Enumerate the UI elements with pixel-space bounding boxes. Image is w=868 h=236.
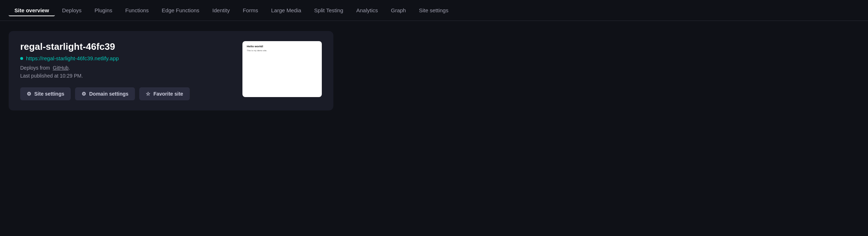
site-info: regal-starlight-46fc39 https://regal-sta… [20, 41, 228, 100]
site-card: regal-starlight-46fc39 https://regal-sta… [9, 31, 333, 110]
site-buttons: ⚙ Site settings ⚙ Domain settings ☆ Favo… [20, 87, 228, 100]
preview-subtitle-text: This is my demo site. [247, 49, 317, 52]
site-url-link[interactable]: https://regal-starlight-46fc39.netlify.a… [26, 55, 119, 61]
site-url-row: https://regal-starlight-46fc39.netlify.a… [20, 55, 228, 61]
gear-icon-2: ⚙ [82, 91, 86, 97]
github-link[interactable]: GitHub [53, 65, 69, 71]
nav-item-forms[interactable]: Forms [237, 4, 264, 16]
nav-item-edge-functions[interactable]: Edge Functions [156, 4, 205, 16]
status-dot [20, 57, 23, 60]
main-content: regal-starlight-46fc39 https://regal-sta… [0, 21, 868, 121]
nav-item-functions[interactable]: Functions [119, 4, 154, 16]
nav-item-site-overview[interactable]: Site overview [9, 4, 55, 16]
nav-item-plugins[interactable]: Plugins [89, 4, 118, 16]
nav-bar: Site overviewDeploysPluginsFunctionsEdge… [0, 0, 868, 21]
site-preview-thumbnail: Hello world! This is my demo site. [242, 41, 322, 97]
favorite-site-button[interactable]: ☆ Favorite site [139, 87, 189, 100]
site-settings-button[interactable]: ⚙ Site settings [20, 87, 71, 100]
preview-hello-text: Hello world! [247, 45, 317, 48]
site-title: regal-starlight-46fc39 [20, 41, 228, 52]
nav-item-graph[interactable]: Graph [385, 4, 412, 16]
last-published-text: Last published at 10:29 PM. [20, 73, 228, 79]
nav-item-split-testing[interactable]: Split Testing [308, 4, 349, 16]
nav-item-analytics[interactable]: Analytics [350, 4, 383, 16]
gear-icon: ⚙ [27, 91, 31, 97]
nav-item-large-media[interactable]: Large Media [265, 4, 307, 16]
star-outline-icon: ☆ [146, 91, 150, 97]
nav-item-identity[interactable]: Identity [207, 4, 236, 16]
nav-item-deploys[interactable]: Deploys [56, 4, 87, 16]
deploys-from-text: Deploys from GitHub. [20, 65, 228, 71]
domain-settings-button[interactable]: ⚙ Domain settings [75, 87, 135, 100]
nav-item-site-settings[interactable]: Site settings [413, 4, 454, 16]
